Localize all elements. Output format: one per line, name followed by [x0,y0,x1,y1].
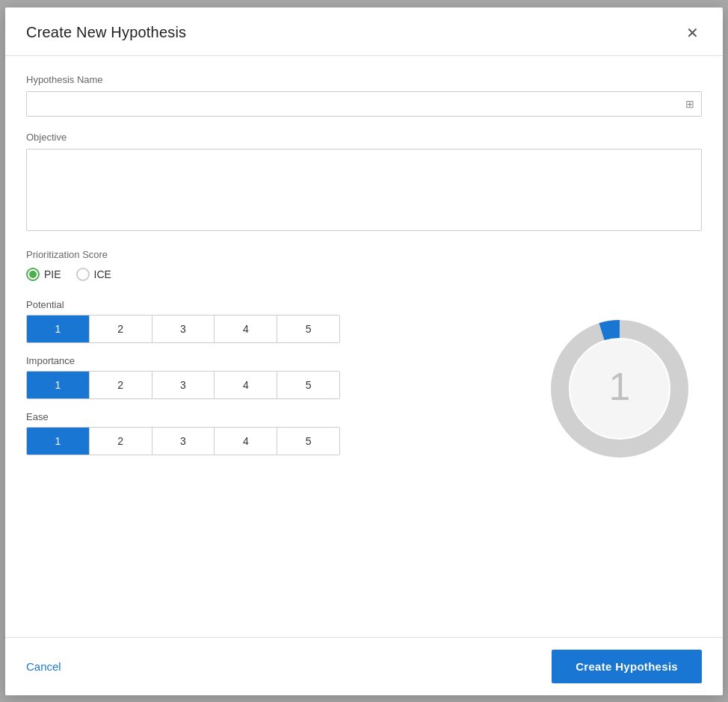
prioritization-label: Prioritization Score [26,249,702,260]
potential-btn-5[interactable]: 5 [277,315,339,342]
score-controls: Potential 1 2 3 4 5 Importance [26,299,508,467]
importance-row: Importance 1 2 3 4 5 [26,355,508,399]
potential-btn-2[interactable]: 2 [90,315,152,342]
pie-radio[interactable] [26,268,40,281]
ease-buttons: 1 2 3 4 5 [26,427,340,455]
importance-btn-4[interactable]: 4 [215,372,277,398]
ice-radio-item[interactable]: ICE [76,268,111,281]
modal-backdrop: Create New Hypothesis ✕ Hypothesis Name … [0,0,728,702]
modal-dialog: Create New Hypothesis ✕ Hypothesis Name … [5,7,723,695]
ease-btn-2[interactable]: 2 [90,428,152,455]
donut-chart: 1 [537,307,702,471]
modal-title: Create New Hypothesis [26,24,186,41]
objective-label: Objective [26,132,702,143]
hypothesis-name-label: Hypothesis Name [26,74,702,85]
cancel-button[interactable]: Cancel [26,653,61,680]
close-button[interactable]: ✕ [683,22,702,43]
pie-radio-item[interactable]: PIE [26,268,61,281]
ease-btn-1[interactable]: 1 [27,428,90,455]
potential-btn-4[interactable]: 4 [215,315,277,342]
modal-footer: Cancel Create Hypothesis [5,637,723,695]
scoring-type-group: PIE ICE [26,268,702,281]
importance-buttons: 1 2 3 4 5 [26,371,340,399]
importance-btn-5[interactable]: 5 [277,372,339,398]
ease-btn-4[interactable]: 4 [215,428,277,455]
ice-label: ICE [94,268,111,280]
ice-radio[interactable] [76,268,90,281]
modal-header: Create New Hypothesis ✕ [5,7,723,56]
potential-row: Potential 1 2 3 4 5 [26,299,508,343]
ease-btn-3[interactable]: 3 [152,428,215,455]
potential-label: Potential [26,299,508,310]
potential-btn-3[interactable]: 3 [152,315,215,342]
create-hypothesis-button[interactable]: Create Hypothesis [552,650,702,683]
hypothesis-name-wrapper: ⊞ [26,91,702,117]
ease-row: Ease 1 2 3 4 5 [26,411,508,455]
ease-btn-5[interactable]: 5 [277,428,339,455]
pie-label: PIE [44,268,61,280]
importance-label: Importance [26,355,508,366]
objective-wrapper [26,149,702,234]
importance-btn-3[interactable]: 3 [152,372,215,398]
hypothesis-name-input[interactable] [26,91,702,117]
importance-btn-1[interactable]: 1 [27,372,90,398]
close-icon: ✕ [686,25,699,40]
potential-buttons: 1 2 3 4 5 [26,315,340,343]
svg-text:1: 1 [609,365,631,408]
ease-label: Ease [26,411,508,422]
objective-input[interactable] [26,149,702,231]
importance-btn-2[interactable]: 2 [90,372,152,398]
modal-body: Hypothesis Name ⊞ Objective Prioritizati… [5,56,723,637]
score-layout: Potential 1 2 3 4 5 Importance [26,299,702,471]
potential-btn-1[interactable]: 1 [27,315,90,342]
donut-svg: 1 [537,307,702,471]
